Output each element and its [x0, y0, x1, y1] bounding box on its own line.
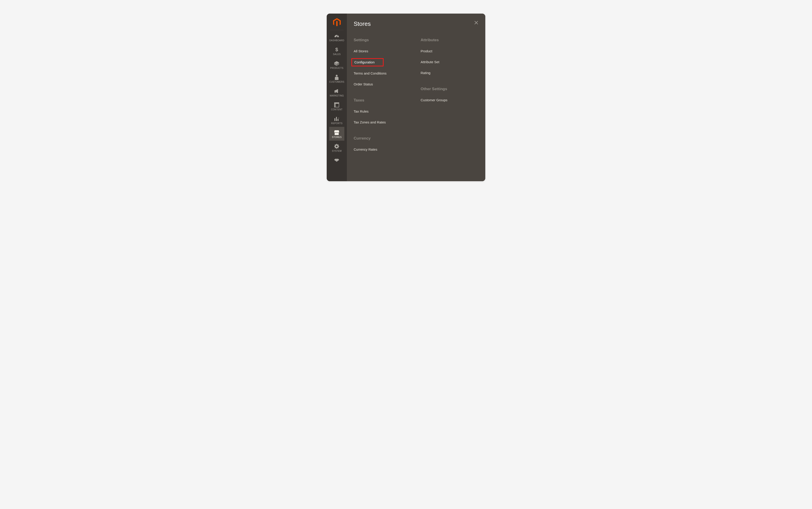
- svg-rect-4: [335, 77, 338, 78]
- menu-link-terms-and-conditions[interactable]: Terms and Conditions: [354, 71, 412, 75]
- svg-rect-22: [334, 146, 335, 147]
- nav-item-marketing[interactable]: MARKETING: [329, 86, 344, 99]
- nav-item-label: CUSTOMERS: [329, 81, 344, 83]
- stores-flyout-panel: Stores SettingsAll StoresConfigurationTe…: [347, 13, 485, 181]
- nav-item-products[interactable]: PRODUCTS: [329, 58, 344, 72]
- nav-item-label: DASHBOARD: [329, 39, 344, 42]
- menu-group: CurrencyCurrency Rates: [354, 136, 412, 151]
- svg-rect-6: [337, 78, 338, 80]
- menu-group: SettingsAll StoresConfigurationTerms and…: [354, 38, 412, 86]
- svg-rect-5: [336, 78, 336, 80]
- menu-group-heading: Currency: [354, 136, 412, 141]
- svg-rect-23: [338, 146, 339, 147]
- admin-window: DASHBOARD$SALESPRODUCTSCUSTOMERSMARKETIN…: [327, 13, 485, 181]
- menu-group-heading: Attributes: [421, 38, 479, 42]
- menu-group-heading: Taxes: [354, 98, 412, 103]
- dollar-icon: $: [334, 47, 340, 52]
- nav-item-system[interactable]: SYSTEM: [329, 141, 344, 155]
- svg-point-19: [336, 146, 338, 147]
- svg-rect-14: [338, 119, 338, 121]
- nav-item-label: STORES: [332, 136, 342, 138]
- nav-item-customers[interactable]: CUSTOMERS: [329, 72, 344, 86]
- storefront-icon: [334, 130, 340, 135]
- svg-point-15: [338, 118, 339, 118]
- menu-link-order-status[interactable]: Order Status: [354, 82, 412, 86]
- nav-item-label: SALES: [333, 53, 341, 56]
- person-icon: [334, 75, 340, 80]
- svg-text:$: $: [335, 47, 338, 52]
- layout-icon: [334, 102, 340, 107]
- nav-item-sales[interactable]: $SALES: [329, 44, 344, 58]
- svg-rect-20: [336, 144, 337, 145]
- svg-point-3: [336, 75, 338, 76]
- menu-link-attribute-set[interactable]: Attribute Set: [421, 60, 479, 64]
- nav-item-stores[interactable]: STORES: [329, 127, 344, 141]
- nav-item-reports[interactable]: REPORTS: [329, 113, 344, 127]
- svg-rect-8: [335, 92, 336, 93]
- svg-rect-10: [334, 103, 339, 104]
- svg-rect-13: [336, 117, 337, 121]
- nav-item-label: SYSTEM: [332, 150, 342, 152]
- nav-item-label: REPORTS: [331, 122, 342, 125]
- nav-item-label: PRODUCTS: [330, 67, 343, 69]
- dashboard-icon: [334, 33, 340, 38]
- menu-link-currency-rates[interactable]: Currency Rates: [354, 147, 412, 151]
- svg-rect-12: [334, 118, 335, 121]
- svg-rect-7: [337, 89, 338, 93]
- diamond-icon: [334, 158, 340, 163]
- box-icon: [334, 61, 340, 66]
- bar-chart-icon: [334, 116, 340, 121]
- menu-group: TaxesTax RulesTax Zones and Rates: [354, 98, 412, 124]
- svg-rect-17: [335, 133, 339, 133]
- nav-item-label: MARKETING: [330, 95, 344, 97]
- menu-group: Other SettingsCustomer Groups: [421, 87, 479, 102]
- menu-link-all-stores[interactable]: All Stores: [354, 49, 412, 53]
- close-icon: [474, 21, 478, 25]
- svg-rect-21: [336, 148, 337, 149]
- svg-rect-11: [334, 104, 336, 107]
- close-flyout-button[interactable]: [474, 20, 479, 25]
- nav-item-content[interactable]: CONTENT: [329, 99, 344, 113]
- flyout-column-right: AttributesProductAttribute SetRatingOthe…: [421, 38, 479, 163]
- menu-link-tax-zones-and-rates[interactable]: Tax Zones and Rates: [354, 120, 412, 124]
- nav-item-partners[interactable]: [329, 155, 344, 164]
- gear-icon: [334, 144, 340, 149]
- menu-link-configuration[interactable]: Configuration: [351, 58, 383, 66]
- menu-group-heading: Other Settings: [421, 87, 479, 91]
- nav-item-label: CONTENT: [331, 108, 342, 111]
- menu-group: AttributesProductAttribute SetRating: [421, 38, 479, 75]
- megaphone-icon: [334, 89, 340, 94]
- menu-group-heading: Settings: [354, 38, 412, 42]
- menu-link-rating[interactable]: Rating: [421, 71, 479, 75]
- magento-logo[interactable]: [330, 13, 344, 30]
- admin-sidebar: DASHBOARD$SALESPRODUCTSCUSTOMERSMARKETIN…: [327, 13, 347, 181]
- menu-link-customer-groups[interactable]: Customer Groups: [421, 98, 479, 102]
- menu-link-product[interactable]: Product: [421, 49, 479, 53]
- menu-link-tax-rules[interactable]: Tax Rules: [354, 109, 412, 113]
- flyout-columns: SettingsAll StoresConfigurationTerms and…: [354, 38, 478, 163]
- flyout-title: Stores: [354, 21, 478, 27]
- flyout-column-left: SettingsAll StoresConfigurationTerms and…: [354, 38, 412, 163]
- nav-item-dashboard[interactable]: DASHBOARD: [329, 30, 344, 44]
